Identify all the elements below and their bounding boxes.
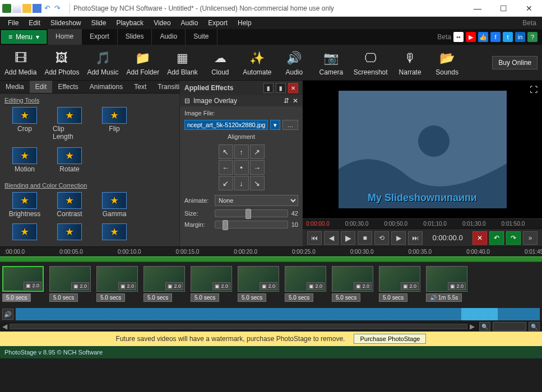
tool-add-folder[interactable]: 📁Add Folder xyxy=(126,49,159,76)
clip-thumbnail[interactable]: ▣ 2.0 xyxy=(332,266,373,292)
effect-item-header[interactable]: ⊟ Image Overlay ⇵✕ xyxy=(180,95,303,106)
tab-suite[interactable]: Suite xyxy=(186,29,217,45)
flickr-icon[interactable]: •• xyxy=(453,32,464,42)
tab-export[interactable]: Export xyxy=(82,29,118,45)
play-button[interactable]: ▶ xyxy=(341,231,355,245)
like-icon[interactable]: 👍 xyxy=(478,32,488,42)
subtab-animations[interactable]: Animations xyxy=(84,81,128,93)
menu-slideshow[interactable]: Slideshow xyxy=(46,18,86,28)
maximize-button[interactable]: ☐ xyxy=(490,0,516,17)
audio-waveform[interactable] xyxy=(16,308,540,320)
clip-thumbnail[interactable]: ▣ 2.0 xyxy=(96,266,138,292)
preview-ruler[interactable]: 0:00:00.0 0:00;30.0 0:00;50.0 0:01;10.0 … xyxy=(303,218,542,228)
loop-button[interactable]: ⟲ xyxy=(374,231,389,245)
tool-audio[interactable]: 🔊Audio xyxy=(280,49,309,76)
effect-nav2-icon[interactable]: ▮ xyxy=(276,83,286,93)
youtube-icon[interactable]: ▶ xyxy=(466,32,476,42)
goto-start-button[interactable]: ⏮ xyxy=(307,231,322,245)
menu-button[interactable]: ≡ Menu ▾ xyxy=(1,30,47,44)
tool-brightness[interactable]: ★Brightness xyxy=(8,192,41,218)
close-button[interactable]: ✕ xyxy=(516,0,542,17)
clip-thumbnail[interactable]: ▣ 2.0 xyxy=(238,266,279,292)
stop-button[interactable]: ■ xyxy=(358,231,372,245)
clip-duration[interactable]: 5.0 secs xyxy=(143,293,172,302)
align-tl[interactable]: ↖ xyxy=(219,144,233,159)
tool-sounds[interactable]: 📂Sounds xyxy=(433,49,462,76)
tab-slides[interactable]: Slides xyxy=(118,29,152,45)
clip[interactable]: ▣ 2.05.0 secs xyxy=(332,266,373,303)
align-b[interactable]: ↓ xyxy=(234,176,249,190)
delete-button[interactable]: ✕ xyxy=(472,231,487,245)
subtab-edit[interactable]: Edit xyxy=(30,81,53,93)
qa-redo-icon[interactable]: ↷ xyxy=(53,4,62,13)
menu-help[interactable]: Help xyxy=(233,18,256,28)
timeline-scrollbar[interactable]: ◀ ▶ 🔍 🔍 xyxy=(0,321,542,332)
clip[interactable]: ▣ 2.05.0 secs xyxy=(191,266,232,303)
help-icon[interactable]: ? xyxy=(527,32,538,42)
menu-video[interactable]: Video xyxy=(149,18,175,28)
clip-duration[interactable]: 5.0 secs xyxy=(96,293,125,302)
image-file-input[interactable] xyxy=(184,120,268,130)
tool-gamma[interactable]: ★Gamma xyxy=(98,192,131,218)
tool-item-extra[interactable]: ★ xyxy=(8,223,41,240)
more-button[interactable]: » xyxy=(523,231,538,245)
zoom-slider[interactable] xyxy=(493,322,526,331)
subtab-effects[interactable]: Effects xyxy=(52,81,84,93)
clip-thumbnail[interactable]: ▣ 2.0 xyxy=(143,266,185,292)
animate-select[interactable]: None xyxy=(215,195,298,206)
redo-button[interactable]: ↷ xyxy=(506,231,521,245)
qa-save-icon[interactable] xyxy=(33,4,41,13)
tab-home[interactable]: Home xyxy=(48,29,82,45)
tool-cloud[interactable]: ☁Cloud xyxy=(206,49,235,76)
tool-flip[interactable]: ★Flip xyxy=(98,107,131,141)
qa-undo-icon[interactable]: ↶ xyxy=(43,4,52,13)
timeline-ruler[interactable]: :00:00.00:00:05.00:00:10.00:00:15.00:00:… xyxy=(0,246,542,256)
clip-thumbnail[interactable]: ▣ 2.0 xyxy=(285,266,326,292)
tool-item-extra[interactable]: ★ xyxy=(98,223,131,240)
qa-open-icon[interactable] xyxy=(22,4,31,13)
twitter-icon[interactable]: t xyxy=(503,32,513,42)
pin-icon[interactable]: ⇵ xyxy=(284,97,289,105)
tool-motion[interactable]: ★Motion xyxy=(8,147,41,173)
fullscreen-icon[interactable]: ⛶ xyxy=(530,85,538,94)
zoom-out-icon[interactable]: 🔍 xyxy=(479,322,490,331)
clip[interactable]: ▣ 2.05.0 secs xyxy=(143,266,185,303)
tool-add-music[interactable]: 🎵Add Music xyxy=(87,49,118,76)
browse-button[interactable]: … xyxy=(282,120,298,130)
tool-rotate[interactable]: ★Rotate xyxy=(53,147,86,173)
clip[interactable]: ▣ 2.05.0 secs xyxy=(285,266,326,303)
subtab-text[interactable]: Text xyxy=(128,81,152,93)
tool-add-blank[interactable]: ▦Add Blank xyxy=(167,49,198,76)
clip[interactable]: ▣ 2.05.0 secs xyxy=(238,266,279,303)
tool-crop[interactable]: ★Crop xyxy=(8,107,41,141)
linkedin-icon[interactable]: in xyxy=(515,32,525,42)
margin-slider[interactable] xyxy=(215,221,288,228)
align-br[interactable]: ↘ xyxy=(250,176,265,190)
clip[interactable]: ▣ 2.0🔊 1m 5.5s xyxy=(426,266,467,303)
tool-contrast[interactable]: ★Contrast xyxy=(53,192,86,218)
tool-add-photos[interactable]: 🖼Add Photos xyxy=(44,49,79,76)
tool-add-media[interactable]: 🎞Add Media xyxy=(4,49,36,76)
clip-duration[interactable]: 🔊 1m 5.5s xyxy=(426,293,462,302)
tool-screenshot[interactable]: 🖵Screenshot xyxy=(354,49,388,76)
clip-duration[interactable]: 5.0 secs xyxy=(191,293,219,302)
menu-export[interactable]: Export xyxy=(203,18,232,28)
menu-file[interactable]: File xyxy=(3,18,23,28)
audio-track-icon[interactable]: 🔊 xyxy=(2,309,13,320)
facebook-icon[interactable]: f xyxy=(490,32,501,42)
tool-automate[interactable]: ✨Automate xyxy=(243,49,272,76)
undo-button[interactable]: ↶ xyxy=(489,231,504,245)
zoom-in-icon[interactable]: 🔍 xyxy=(529,322,540,331)
step-fwd-button[interactable]: ▶ xyxy=(391,231,406,245)
align-tr[interactable]: ↗ xyxy=(250,144,265,159)
tool-narrate[interactable]: 🎙Narrate xyxy=(396,49,425,76)
align-t[interactable]: ↑ xyxy=(234,144,249,159)
align-bl[interactable]: ↙ xyxy=(219,176,233,190)
clip-thumbnail[interactable]: ▣ 2.0 xyxy=(191,266,232,292)
timeline-range-bar[interactable] xyxy=(0,256,542,262)
clip-thumbnail[interactable]: ▣ 2.0 xyxy=(426,266,467,292)
tab-audio[interactable]: Audio xyxy=(152,29,186,45)
align-l[interactable]: ← xyxy=(219,160,233,175)
align-c[interactable]: • xyxy=(234,160,249,175)
effect-item-close-icon[interactable]: ✕ xyxy=(293,97,298,105)
